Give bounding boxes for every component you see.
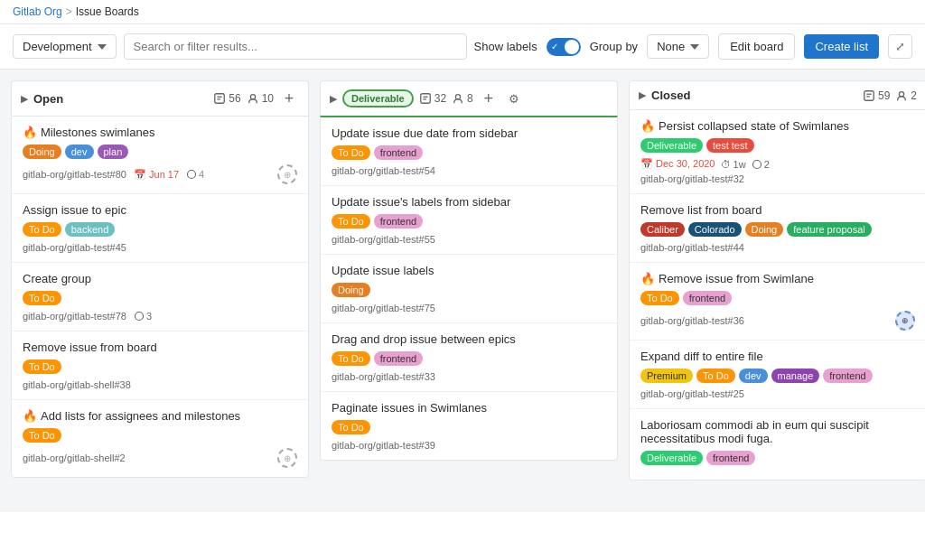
card-labels: To Do frontend — [332, 214, 606, 229]
column-deliverable: ▶ Deliverable 32 8 + ⚙ Update issue due … — [320, 80, 618, 501]
card-open-3[interactable]: Create group To Do gitlab-org/gitlab-tes… — [12, 263, 308, 331]
card-meta: gitlab-org/gitlab-test#54 — [332, 165, 606, 176]
label-todo: To Do — [640, 291, 679, 305]
column-deliverable-issue-count: 32 — [419, 92, 446, 105]
breadcrumb-current: Issue Boards — [76, 5, 139, 18]
card-closed-5[interactable]: Laboriosam commodi ab in eum qui suscipi… — [630, 409, 925, 480]
column-closed-title: Closed — [651, 89, 857, 102]
column-deliverable-add-button[interactable]: + — [479, 89, 499, 108]
label-doing: Doing — [23, 145, 61, 159]
card-del-3[interactable]: Update issue labels Doing gitlab-org/git… — [321, 255, 617, 323]
card-del-1[interactable]: Update issue due date from sidebar To Do… — [321, 117, 617, 186]
group-by-value: None — [657, 40, 685, 53]
label-frontend: frontend — [683, 291, 732, 305]
issue-icon — [863, 89, 875, 102]
group-by-dropdown[interactable]: None — [647, 34, 709, 59]
card-open-1[interactable]: 🔥 Milestones swimlanes Doing dev plan gi… — [12, 117, 308, 194]
card-title: Laboriosam commodi ab in eum qui suscipi… — [640, 418, 915, 445]
card-closed-4[interactable]: Expand diff to entire file Premium To Do… — [630, 341, 925, 409]
weight-icon — [752, 159, 762, 170]
board-select-dropdown[interactable]: Development — [13, 34, 117, 59]
card-open-4[interactable]: Remove issue from board To Do gitlab-org… — [12, 331, 308, 400]
card-title: 🔥 Remove issue from Swimlane — [640, 272, 915, 285]
card-icon: 🔥 — [23, 409, 37, 423]
label-doing: Doing — [332, 283, 370, 297]
card-title: 🔥 Persist collapsed state of Swimlanes — [640, 119, 915, 133]
svg-point-5 — [135, 313, 143, 321]
search-input[interactable] — [124, 33, 467, 60]
card-avatar-dotted: ⊕ — [895, 311, 915, 331]
card-meta: gitlab-org/gitlab-test#33 — [332, 371, 606, 382]
svg-rect-0 — [215, 94, 225, 104]
card-title: Paginate issues in Swimlanes — [332, 401, 606, 415]
toolbar: Development Show labels ✓ Group by None … — [0, 24, 925, 70]
card-meta: gitlab-org/gitlab-test#44 — [640, 242, 915, 253]
label-frontend: frontend — [374, 214, 423, 229]
card-labels: To Do — [23, 428, 297, 443]
card-title: Remove list from board — [640, 203, 915, 217]
column-deliverable-label-tag: Deliverable — [342, 89, 414, 107]
show-labels-toggle[interactable]: ✓ — [547, 38, 581, 56]
card-meta: gitlab-org/gitlab-shell#2 ⊕ — [23, 448, 297, 468]
card-open-5[interactable]: 🔥 Add lists for assignees and milestones… — [12, 400, 308, 477]
column-deliverable-settings-button[interactable]: ⚙ — [504, 89, 524, 108]
label-feature: feature proposal — [787, 222, 872, 237]
label-todo: To Do — [696, 369, 735, 383]
card-labels: To Do — [23, 359, 297, 374]
column-open-issue-count: 56 — [213, 92, 240, 105]
card-title: Remove issue from board — [23, 341, 297, 354]
card-icon: 🔥 — [640, 272, 655, 285]
card-labels: To Do — [23, 291, 297, 305]
weight-icon — [186, 169, 197, 180]
label-colorado: Colorado — [688, 222, 742, 237]
card-labels: Doing dev plan — [23, 145, 297, 159]
card-labels: Doing — [332, 283, 606, 297]
column-closed-chevron[interactable]: ▶ — [639, 89, 646, 101]
card-meta: gitlab-org/gitlab-test#80 📅 Jun 17 4 ⊕ — [23, 164, 297, 184]
column-deliverable-chevron[interactable]: ▶ — [330, 93, 337, 105]
column-open-chevron[interactable]: ▶ — [21, 93, 28, 105]
svg-rect-6 — [420, 94, 430, 104]
column-open-assignee-count: 10 — [247, 92, 274, 105]
card-closed-3[interactable]: 🔥 Remove issue from Swimlane To Do front… — [630, 263, 925, 341]
card-meta: gitlab-org/gitlab-test#55 — [332, 234, 606, 245]
assignee-count-icon — [247, 92, 259, 105]
card-title: 🔥 Milestones swimlanes — [23, 126, 297, 139]
label-frontend: frontend — [706, 451, 755, 465]
label-frontend: frontend — [823, 369, 872, 383]
card-del-5[interactable]: Paginate issues in Swimlanes To Do gitla… — [321, 392, 617, 460]
card-open-2[interactable]: Assign issue to epic To Do backend gitla… — [12, 194, 308, 263]
label-deliverable: Deliverable — [640, 138, 703, 153]
toggle-check-icon: ✓ — [551, 42, 558, 51]
card-meta: gitlab-org/gitlab-test#39 — [332, 440, 606, 451]
card-closed-1[interactable]: 🔥 Persist collapsed state of Swimlanes D… — [630, 110, 925, 194]
column-open: ▶ Open 56 10 + 🔥 Milestones swimlanes Do… — [11, 80, 309, 501]
card-title: Create group — [23, 272, 297, 285]
column-deliverable-assignee-count: 8 — [452, 92, 473, 105]
label-todo: To Do — [23, 222, 61, 237]
card-ref: gitlab-org/gitlab-test#80 — [23, 169, 126, 180]
card-labels: Premium To Do dev manage frontend — [640, 369, 915, 383]
fullscreen-button[interactable]: ⤢ — [888, 34, 912, 59]
svg-point-9 — [455, 95, 460, 99]
card-labels: To Do frontend — [332, 351, 606, 366]
card-meta: gitlab-org/gitlab-shell#38 — [23, 379, 297, 390]
label-plan: plan — [98, 145, 129, 159]
card-title: Update issue due date from sidebar — [332, 126, 606, 140]
label-frontend: frontend — [374, 351, 423, 366]
edit-board-button[interactable]: Edit board — [718, 33, 795, 60]
card-del-2[interactable]: Update issue's labels from sidebar To Do… — [321, 186, 617, 255]
label-todo: To Do — [23, 291, 61, 305]
card-del-4[interactable]: Drag and drop issue between epics To Do … — [321, 323, 617, 392]
card-title: 🔥 Add lists for assignees and milestones — [23, 409, 297, 423]
label-todo: To Do — [332, 351, 370, 366]
card-closed-2[interactable]: Remove list from board Caliber Colorado … — [630, 194, 925, 263]
column-open-add-button[interactable]: + — [279, 89, 299, 108]
label-test: test test — [706, 138, 754, 153]
column-deliverable-cards: Update issue due date from sidebar To Do… — [320, 116, 618, 461]
label-todo: To Do — [23, 428, 61, 443]
chevron-down-icon — [98, 44, 107, 50]
issue-icon — [419, 92, 432, 105]
create-list-button[interactable]: Create list — [804, 34, 879, 59]
breadcrumb-org[interactable]: Gitlab Org — [13, 5, 62, 18]
